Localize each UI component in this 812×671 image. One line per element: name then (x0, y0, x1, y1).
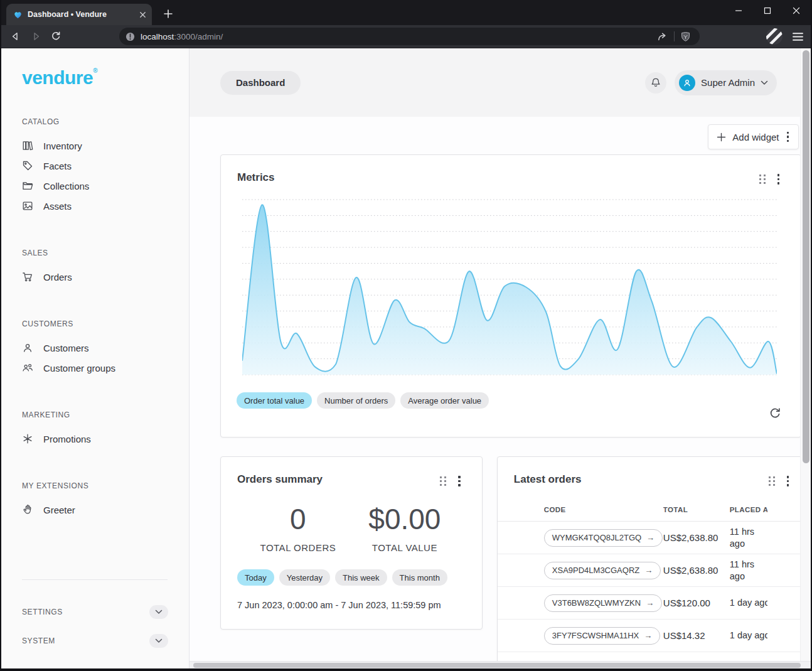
urlbar-divider (674, 31, 675, 41)
tag-icon (22, 160, 33, 171)
back-button[interactable] (6, 28, 25, 45)
kebab-menu-button[interactable] (786, 475, 791, 488)
window-close-button[interactable] (782, 0, 811, 21)
drag-handle-icon[interactable] (759, 174, 766, 184)
address-bar[interactable]: localhost:3000/admin/ (119, 28, 700, 45)
horizontal-scrollbar-thumb[interactable] (193, 663, 801, 668)
chevron-down-icon (155, 609, 163, 615)
inventory-icon (22, 140, 33, 151)
date-range-text: 7 Jun 2023, 0:00:00 am - 7 Jun 2023, 11:… (237, 600, 482, 610)
settings-expand-button[interactable] (149, 605, 168, 619)
sidebar-item-label: Orders (43, 272, 72, 282)
widget-layout-menu-button[interactable] (786, 131, 791, 144)
url-host: localhost (141, 32, 174, 41)
sidebar-item-facets[interactable]: Facets (22, 156, 168, 176)
add-widget-label: Add widget (732, 132, 779, 142)
arrow-right-icon: → (646, 533, 654, 542)
bell-icon (650, 77, 661, 89)
column-header-placed-at: PLACED AT (730, 506, 767, 513)
profile-avatar[interactable] (766, 28, 783, 45)
sidebar-item-promotions[interactable]: Promotions (22, 429, 168, 449)
metric-chip-order-total-value[interactable]: Order total value (237, 392, 312, 409)
widget-title: Latest orders (514, 473, 794, 486)
drag-handle-icon[interactable] (769, 476, 775, 486)
order-code-link[interactable]: 3FY7FSCWSHMA11HX→ (544, 627, 660, 645)
range-chip-this-week[interactable]: This week (335, 569, 387, 586)
tab-title: Dashboard • Vendure (28, 10, 134, 19)
order-total: US$14.32 (663, 630, 730, 641)
metric-chip-number-of-orders[interactable]: Number of orders (317, 392, 395, 409)
sidebar-item-collections[interactable]: Collections (22, 176, 168, 196)
sidebar-item-assets[interactable]: Assets (22, 196, 168, 216)
sidebar-section-sales: SALES Orders (22, 249, 168, 287)
notifications-button[interactable] (645, 72, 666, 94)
breadcrumb[interactable]: Dashboard (220, 71, 301, 95)
url-text: localhost:3000/admin/ (141, 32, 651, 41)
sidebar-divider (22, 579, 168, 580)
widget-title: Metrics (237, 171, 784, 184)
metric-chip-average-order-value[interactable]: Average order value (400, 392, 489, 409)
sidebar-item-label: Customer groups (43, 363, 115, 373)
total-orders-label: TOTAL ORDERS (245, 542, 351, 553)
user-menu[interactable]: Super Admin (675, 70, 777, 95)
order-code-link[interactable]: WYMGK4TQQ8JL2TGQ→ (544, 529, 663, 547)
total-value-label: TOTAL VALUE (351, 542, 458, 553)
asterisk-icon (22, 433, 33, 444)
table-row: 3FY7FSCWSHMA11HX→ US$14.32 1 day ago (498, 620, 810, 652)
user-avatar (679, 75, 695, 91)
order-code-link[interactable]: XSA9PD4LM3CGAQRZ→ (544, 562, 661, 579)
menu-icon[interactable] (793, 32, 803, 41)
range-chip-today[interactable]: Today (237, 569, 274, 586)
browser-tab[interactable]: Dashboard • Vendure (6, 4, 152, 25)
window-minimize-button[interactable] (724, 0, 753, 21)
system-expand-button[interactable] (149, 634, 168, 648)
order-code-link[interactable]: V3T6BW8ZQLWMYZKN→ (544, 594, 662, 612)
tab-close-icon[interactable] (139, 11, 147, 19)
horizontal-scrollbar[interactable] (190, 661, 811, 668)
range-chip-this-month[interactable]: This month (392, 569, 447, 586)
chevron-down-icon (761, 80, 768, 85)
arrow-right-icon: → (646, 598, 654, 608)
sidebar-section-customers: CUSTOMERS Customers Customer groups (22, 319, 168, 378)
vendure-favicon-heart-icon (13, 10, 23, 19)
share-icon[interactable] (656, 31, 668, 43)
sidebar: vendure® CATALOG Inventory Facets Collec… (1, 48, 190, 668)
sidebar-section-marketing: MARKETING Promotions (22, 411, 168, 449)
forward-button[interactable] (26, 28, 45, 45)
range-chip-yesterday[interactable]: Yesterday (279, 569, 330, 586)
sidebar-section-settings[interactable]: SETTINGS (22, 603, 168, 621)
vertical-scrollbar-thumb[interactable] (803, 50, 809, 463)
total-orders-value: 0 (245, 502, 351, 536)
vendure-logo: vendure® (22, 67, 168, 89)
sidebar-item-orders[interactable]: Orders (22, 267, 168, 287)
window-maximize-button[interactable] (753, 0, 782, 21)
site-info-icon[interactable] (126, 32, 135, 41)
sidebar-section-my-extensions: MY EXTENSIONS Greeter (22, 481, 168, 520)
image-icon (22, 200, 33, 212)
kebab-menu-button[interactable] (457, 475, 462, 488)
add-widget-button[interactable]: Add widget (708, 124, 799, 149)
logo-trademark: ® (93, 67, 97, 74)
column-header-code: CODE (544, 506, 663, 513)
users-icon (22, 362, 33, 373)
user-icon (22, 342, 33, 353)
section-label: SALES (22, 249, 168, 257)
refresh-button[interactable] (767, 405, 783, 422)
page-header: Dashboard Super Admin (190, 48, 811, 117)
new-tab-button[interactable] (159, 5, 177, 23)
drag-handle-icon[interactable] (440, 476, 446, 486)
kebab-menu-button[interactable] (776, 173, 781, 186)
refresh-icon (768, 407, 782, 421)
metrics-chart-area (242, 198, 801, 377)
sidebar-item-greeter[interactable]: Greeter (22, 500, 168, 520)
brave-shield-icon[interactable] (680, 31, 691, 42)
order-total: US$2,638.80 (663, 532, 730, 543)
sidebar-item-customers[interactable]: Customers (22, 338, 168, 358)
reload-button[interactable] (46, 28, 65, 45)
sidebar-item-customer-groups[interactable]: Customer groups (22, 358, 168, 378)
vertical-scrollbar[interactable] (800, 48, 811, 661)
sidebar-section-system[interactable]: SYSTEM (22, 631, 168, 650)
sidebar-item-inventory[interactable]: Inventory (22, 136, 168, 156)
user-name: Super Admin (701, 77, 755, 88)
dashboard-page: Add widget Metrics (190, 124, 811, 668)
